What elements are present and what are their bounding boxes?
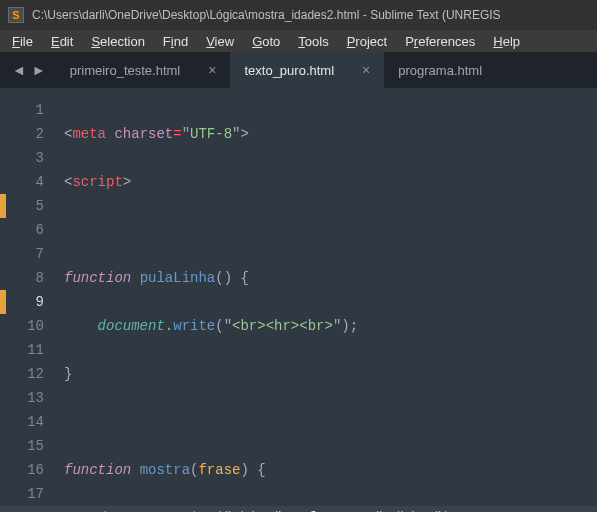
line-number: 7 — [10, 242, 44, 266]
app-logo-icon: S — [8, 7, 24, 23]
nav-forward-icon[interactable]: ► — [32, 62, 46, 78]
line-number: 16 — [10, 458, 44, 482]
line-number: 5 — [10, 194, 44, 218]
bookmark-marker — [0, 194, 6, 218]
close-icon[interactable]: × — [362, 63, 370, 77]
nav-back-icon[interactable]: ◄ — [12, 62, 26, 78]
menu-goto[interactable]: Goto — [244, 32, 288, 51]
tab-texto-puro[interactable]: texto_puro.html × — [230, 52, 384, 88]
menu-bar: File Edit Selection Find View Goto Tools… — [0, 30, 597, 52]
line-number: 9 — [10, 290, 44, 314]
close-icon[interactable]: × — [208, 63, 216, 77]
menu-preferences[interactable]: Preferences — [397, 32, 483, 51]
window-title: C:\Users\darli\OneDrive\Desktop\Lógica\m… — [32, 8, 501, 22]
line-number: 11 — [10, 338, 44, 362]
code-line: function mostra(frase) { — [64, 458, 459, 482]
bookmark-gutter — [0, 88, 10, 512]
line-number-gutter: 1 2 3 4 5 6 7 8 9 10 11 12 13 14 15 16 1… — [10, 88, 54, 512]
code-line: } — [64, 362, 459, 386]
line-number: 12 — [10, 362, 44, 386]
line-number: 14 — [10, 410, 44, 434]
tab-label: programa.html — [398, 63, 482, 78]
line-number: 6 — [10, 218, 44, 242]
line-number: 13 — [10, 386, 44, 410]
menu-tools[interactable]: Tools — [290, 32, 336, 51]
code-line: document.write("<big>" + frase + "</big>… — [0, 506, 597, 512]
menu-view[interactable]: View — [198, 32, 242, 51]
menu-project[interactable]: Project — [339, 32, 395, 51]
line-number: 2 — [10, 122, 44, 146]
menu-help[interactable]: Help — [485, 32, 528, 51]
code-area[interactable]: <meta charset="UTF-8"> <script> function… — [54, 88, 459, 512]
line-number: 3 — [10, 146, 44, 170]
tab-bar: ◄ ► primeiro_teste.html × texto_puro.htm… — [0, 52, 597, 88]
editor[interactable]: 1 2 3 4 5 6 7 8 9 10 11 12 13 14 15 16 1… — [0, 88, 597, 512]
line-number: 8 — [10, 266, 44, 290]
tab-label: texto_puro.html — [244, 63, 334, 78]
tab-primeiro-teste[interactable]: primeiro_teste.html × — [56, 52, 231, 88]
tab-programa[interactable]: programa.html — [384, 52, 496, 88]
code-line — [64, 410, 459, 434]
line-number: 1 — [10, 98, 44, 122]
menu-edit[interactable]: Edit — [43, 32, 81, 51]
code-line: document.write("<br><hr><br>"); — [64, 314, 459, 338]
line-number: 10 — [10, 314, 44, 338]
bookmark-marker — [0, 290, 6, 314]
title-bar: S C:\Users\darli\OneDrive\Desktop\Lógica… — [0, 0, 597, 30]
menu-file[interactable]: File — [4, 32, 41, 51]
code-line — [64, 218, 459, 242]
code-line: <script> — [64, 170, 459, 194]
code-line: <meta charset="UTF-8"> — [64, 122, 459, 146]
line-number: 4 — [10, 170, 44, 194]
tab-label: primeiro_teste.html — [70, 63, 181, 78]
menu-find[interactable]: Find — [155, 32, 196, 51]
line-number: 17 — [10, 482, 44, 506]
menu-selection[interactable]: Selection — [83, 32, 152, 51]
line-number: 15 — [10, 434, 44, 458]
code-line: function pulaLinha() { — [64, 266, 459, 290]
